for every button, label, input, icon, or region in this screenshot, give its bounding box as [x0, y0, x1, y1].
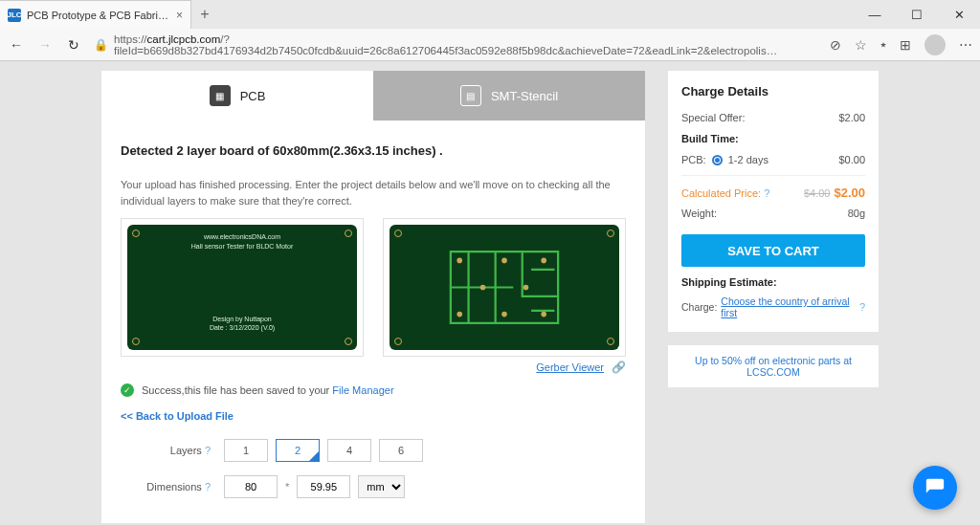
pcb-time-label: PCB: — [681, 154, 706, 165]
address-bar: ← → ↻ 🔒 https://cart.jlcpcb.com/?fileId=… — [0, 29, 980, 61]
svg-point-4 — [501, 312, 507, 317]
pcb-back-preview[interactable] — [383, 218, 626, 357]
browser-tab[interactable]: JLC PCB Prototype & PCB Fabricati… × — [0, 0, 191, 29]
weight-value: 80g — [848, 208, 865, 219]
width-input[interactable] — [224, 475, 278, 498]
save-to-cart-button[interactable]: SAVE TO CART — [681, 234, 865, 267]
svg-point-6 — [480, 285, 486, 291]
chat-button[interactable] — [913, 466, 957, 510]
layers-2-option[interactable]: 2 — [276, 439, 320, 462]
dimensions-label: Dimensions ? — [121, 481, 216, 492]
svg-point-0 — [457, 258, 462, 264]
tab-pcb-label: PCB — [240, 89, 266, 103]
choose-country-link[interactable]: Choose the country of arrival first — [721, 295, 856, 318]
build-time-label: Build Time: — [681, 133, 865, 144]
calc-price-label: Calculated Price: — [681, 187, 761, 199]
info-icon: ? — [205, 481, 211, 492]
star-icon[interactable]: ☆ — [855, 37, 867, 53]
tab-pcb[interactable]: ▦ PCB — [101, 71, 373, 120]
more-icon[interactable]: ⋯ — [959, 37, 972, 53]
new-tab-button[interactable]: + — [191, 0, 218, 29]
titlebar: JLC PCB Prototype & PCB Fabricati… × + —… — [0, 0, 980, 29]
pcb-front-preview[interactable]: www.electronicsDNA.com Hall sensor Teste… — [121, 218, 364, 357]
layers-4-option[interactable]: 4 — [327, 439, 371, 462]
favorites-icon[interactable]: ⭑ — [880, 36, 886, 53]
collections-icon[interactable]: ⊞ — [900, 37, 911, 53]
minimize-button[interactable]: — — [854, 0, 896, 29]
shipping-charge-label: Charge: — [681, 301, 717, 313]
charge-details-card: Charge Details Special Offer:$2.00 Build… — [668, 71, 879, 332]
old-price: $4.00 — [804, 187, 831, 199]
tab-stencil-label: SMT-Stencil — [491, 89, 558, 103]
shipping-estimate-label: Shipping Estimate: — [681, 276, 865, 288]
layers-label: Layers ? — [121, 445, 216, 456]
layers-1-option[interactable]: 1 — [224, 439, 268, 462]
svg-point-3 — [457, 312, 462, 317]
info-icon[interactable]: ? — [764, 187, 769, 199]
lock-icon: 🔒 — [94, 38, 108, 52]
gerber-viewer-link[interactable]: Gerber Viewer — [536, 361, 604, 373]
svg-point-2 — [541, 258, 546, 264]
order-panel: ▦ PCB ▤ SMT-Stencil Detected 2 layer boa… — [101, 71, 645, 523]
promo-banner: Up to 50% off on electronic parts at LCS… — [668, 345, 879, 387]
charge-title: Charge Details — [681, 84, 865, 98]
unit-select[interactable]: mm — [358, 475, 405, 498]
svg-point-7 — [523, 285, 529, 291]
svg-point-5 — [541, 312, 546, 317]
pcb-days: 1-2 days — [728, 154, 768, 165]
profile-avatar[interactable] — [924, 34, 946, 55]
forward-button[interactable]: → — [36, 37, 54, 53]
tab-stencil[interactable]: ▤ SMT-Stencil — [373, 71, 645, 120]
info-icon: ? — [205, 445, 211, 456]
pcb-icon: ▦ — [210, 85, 231, 106]
pcb-time-price: $0.00 — [838, 154, 865, 165]
file-manager-link[interactable]: File Manager — [332, 384, 393, 396]
reader-icon[interactable]: ⊘ — [830, 37, 841, 53]
build-time-radio[interactable] — [712, 155, 723, 165]
favicon: JLC — [8, 9, 21, 22]
close-tab-icon[interactable]: × — [176, 9, 183, 22]
layers-6-option[interactable]: 6 — [379, 439, 423, 462]
success-message: ✓ Success,this file has been saved to yo… — [121, 383, 626, 397]
promo-link[interactable]: Up to 50% off on electronic parts at LCS… — [695, 355, 852, 378]
refresh-button[interactable]: ↻ — [65, 37, 82, 53]
new-price: $2.00 — [834, 186, 865, 200]
close-window-button[interactable]: ✕ — [938, 0, 980, 29]
special-offer-value: $2.00 — [838, 112, 865, 123]
height-input[interactable] — [297, 475, 350, 498]
detected-text: Detected 2 layer board of 60x80mm(2.36x3… — [121, 143, 626, 158]
back-to-upload-link[interactable]: << Back to Upload File — [121, 410, 626, 422]
tab-title: PCB Prototype & PCB Fabricati… — [27, 10, 170, 21]
stencil-icon: ▤ — [460, 85, 481, 106]
info-icon[interactable]: ? — [859, 301, 865, 313]
external-link-icon: 🔗 — [612, 361, 626, 374]
special-offer-label: Special Offer: — [681, 112, 745, 123]
weight-label: Weight: — [681, 208, 717, 219]
check-icon: ✓ — [121, 383, 134, 397]
maximize-button[interactable]: ☐ — [896, 0, 938, 29]
upload-description: Your upload has finished processing. Ent… — [121, 177, 626, 208]
url-input[interactable]: 🔒 https://cart.jlcpcb.com/?fileId=b669d8… — [94, 33, 818, 56]
back-button[interactable]: ← — [8, 37, 25, 53]
svg-point-1 — [501, 258, 507, 264]
